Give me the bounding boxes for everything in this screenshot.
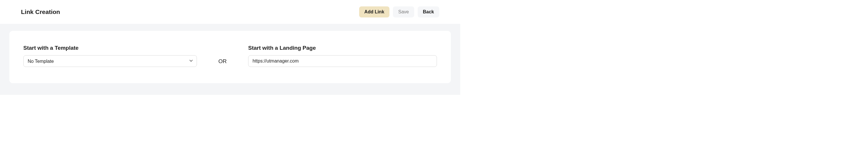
save-button[interactable]: Save (393, 6, 414, 18)
link-creation-card: Start with a Template No Template OR Sta… (9, 31, 451, 83)
add-link-button[interactable]: Add Link (359, 6, 390, 18)
content-area: Start with a Template No Template OR Sta… (0, 24, 460, 95)
landing-page-field-group: Start with a Landing Page (248, 45, 437, 67)
landing-page-label: Start with a Landing Page (248, 45, 437, 51)
page-title: Link Creation (21, 8, 60, 15)
or-divider: OR (211, 58, 234, 67)
template-select-wrapper: No Template (23, 55, 197, 67)
template-label: Start with a Template (23, 45, 197, 51)
landing-page-input[interactable] (248, 55, 437, 67)
page-header: Link Creation Add Link Save Back (0, 0, 460, 24)
template-select[interactable]: No Template (23, 55, 197, 67)
template-field-group: Start with a Template No Template (23, 45, 197, 67)
back-button[interactable]: Back (418, 6, 439, 18)
header-actions: Add Link Save Back (359, 6, 439, 18)
